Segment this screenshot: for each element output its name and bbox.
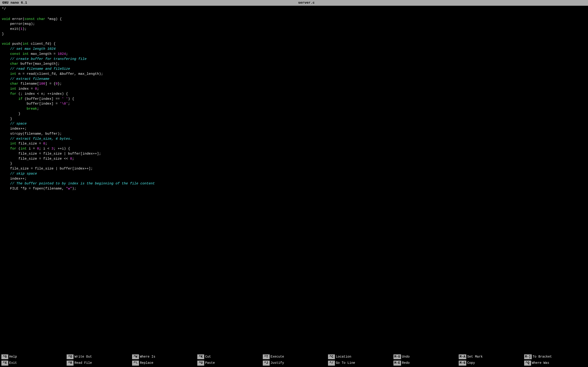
shortcut-go-to-line[interactable]: ^/ Go To Line xyxy=(327,361,392,366)
code-line: // extract file_size, 4 bytes. xyxy=(2,136,586,142)
key-m-a: M-A xyxy=(459,354,466,359)
label-where-is: Where Is xyxy=(140,355,155,359)
key-m-6: M-6 xyxy=(459,361,466,366)
shortcut-redo[interactable]: M-E Redo xyxy=(392,361,457,366)
key-ctrl-w: ^W xyxy=(132,354,139,359)
code-line: break; xyxy=(2,106,586,111)
file-name: server.c xyxy=(298,0,315,5)
code-line: } xyxy=(2,117,586,122)
key-ctrl-g: ^G xyxy=(1,354,8,359)
shortcut-row-2: ^X Exit ^R Read File ^\ Replace ^U Paste… xyxy=(0,360,588,366)
code-line: int file_size = 0; xyxy=(2,141,586,146)
key-m-bracket: M-] xyxy=(524,354,532,359)
code-line: // create buffer for transfering file xyxy=(2,57,586,62)
shortcut-copy[interactable]: M-6 Copy xyxy=(457,361,523,366)
code-line: file_size = file_size | buffer[index++]; xyxy=(2,166,586,171)
label-exit: Exit xyxy=(9,361,17,365)
label-undo: Undo xyxy=(402,355,410,359)
key-ctrl-x: ^X xyxy=(1,361,8,366)
shortcut-help[interactable]: ^G Help xyxy=(0,354,65,359)
key-ctrl-u: ^U xyxy=(197,361,204,366)
code-editor[interactable]: */ void error(const char *msg) { perror(… xyxy=(0,6,588,348)
label-go-to-line: Go To Line xyxy=(336,361,355,365)
code-line: } xyxy=(2,161,586,166)
code-line: if (buffer[index] == ' ') { xyxy=(2,97,586,102)
label-cut: Cut xyxy=(205,355,211,359)
shortcut-write-out[interactable]: ^O Write Out xyxy=(65,354,130,359)
code-line: } xyxy=(2,111,586,117)
label-read-file: Read File xyxy=(74,361,92,365)
key-ctrl-t: ^T xyxy=(263,354,270,359)
shortcut-row-1: ^G Help ^O Write Out ^W Where Is ^K Cut … xyxy=(0,354,588,360)
label-paste: Paste xyxy=(205,361,215,365)
code-line: index++; xyxy=(2,126,586,131)
key-m-u: M-U xyxy=(393,354,401,359)
code-line: // extract filename xyxy=(2,77,586,82)
shortcut-set-mark[interactable]: M-A Set Mark xyxy=(457,354,523,359)
label-help: Help xyxy=(9,355,17,359)
code-line: int n = read(client_fd, &buffer, max_len… xyxy=(2,72,586,77)
code-line: FILE *fp = fopen(filename, "w"); xyxy=(2,186,586,191)
label-write-out: Write Out xyxy=(74,355,92,359)
shortcut-paste[interactable]: ^U Paste xyxy=(196,361,261,366)
key-ctrl-k: ^K xyxy=(197,354,204,359)
code-line: file_size = file_size | buffer[index++]; xyxy=(2,151,586,156)
app-title: GNU nano 6.1 xyxy=(2,0,27,5)
key-ctrl-slash: ^/ xyxy=(328,361,335,366)
key-ctrl-o: ^O xyxy=(67,354,73,359)
code-line: int index = 0; xyxy=(2,86,586,92)
code-line xyxy=(2,37,586,42)
code-line: const int max_length = 1024; xyxy=(2,52,586,57)
key-ctrl-j: ^J xyxy=(263,361,270,366)
shortcut-where-is[interactable]: ^W Where Is xyxy=(131,354,196,359)
code-line: for (int i = 0; i < 3; ++i) { xyxy=(2,146,586,151)
code-line: */ xyxy=(2,7,586,12)
code-line: index++; xyxy=(2,176,586,181)
shortcut-justify[interactable]: ^J Justify xyxy=(261,361,327,366)
code-line: char buffer[max_length]; xyxy=(2,61,586,67)
code-line: // space xyxy=(2,121,586,126)
label-location: Location xyxy=(336,355,351,359)
shortcut-where-was[interactable]: ^Q Where Was xyxy=(523,361,588,366)
code-line: char filename[100] = {0}; xyxy=(2,81,586,86)
code-line: file_size = file_size << 8; xyxy=(2,156,586,161)
code-line: void push(int client_fd) { xyxy=(2,42,586,47)
code-line: // set max length 1024 xyxy=(2,47,586,52)
shortcut-replace[interactable]: ^\ Replace xyxy=(131,361,196,366)
label-to-bracket: To Bracket xyxy=(533,355,552,359)
code-line: buffer[index] = '\0'; xyxy=(2,101,586,106)
shortcut-location[interactable]: ^C Location xyxy=(327,354,392,359)
code-line: for (; index < n; ++index) { xyxy=(2,92,586,97)
shortcut-read-file[interactable]: ^R Read File xyxy=(65,361,130,366)
shortcut-exit[interactable]: ^X Exit xyxy=(0,361,65,366)
code-line: // read filename and fileSize xyxy=(2,67,586,72)
code-line: strcpy(filename, buffer); xyxy=(2,131,586,136)
code-line: // skip space xyxy=(2,171,586,176)
code-line: perror(msg); xyxy=(2,22,586,27)
label-justify: Justify xyxy=(271,361,284,365)
shortcut-undo[interactable]: M-U Undo xyxy=(392,354,457,359)
label-execute: Execute xyxy=(271,355,284,359)
shortcut-execute[interactable]: ^T Execute xyxy=(261,354,327,359)
key-ctrl-backslash: ^\ xyxy=(132,361,139,366)
label-where-was: Where Was xyxy=(532,361,549,365)
label-redo: Redo xyxy=(402,361,410,365)
code-line: } xyxy=(2,32,586,37)
label-copy: Copy xyxy=(467,361,475,365)
code-line: exit(1); xyxy=(2,27,586,32)
shortcut-to-bracket[interactable]: M-] To Bracket xyxy=(523,354,588,359)
key-ctrl-q: ^Q xyxy=(524,361,531,366)
shortcut-bar: ^G Help ^O Write Out ^W Where Is ^K Cut … xyxy=(0,348,588,366)
label-replace: Replace xyxy=(140,361,153,365)
key-ctrl-c: ^C xyxy=(328,354,335,359)
shortcut-cut[interactable]: ^K Cut xyxy=(196,354,261,359)
label-set-mark: Set Mark xyxy=(467,355,483,359)
code-line: // The buffer pointed to by index is the… xyxy=(2,181,586,186)
code-line: void error(const char *msg) { xyxy=(2,17,586,22)
key-m-e: M-E xyxy=(393,361,401,366)
key-ctrl-r: ^R xyxy=(67,361,73,366)
code-line xyxy=(2,12,586,17)
